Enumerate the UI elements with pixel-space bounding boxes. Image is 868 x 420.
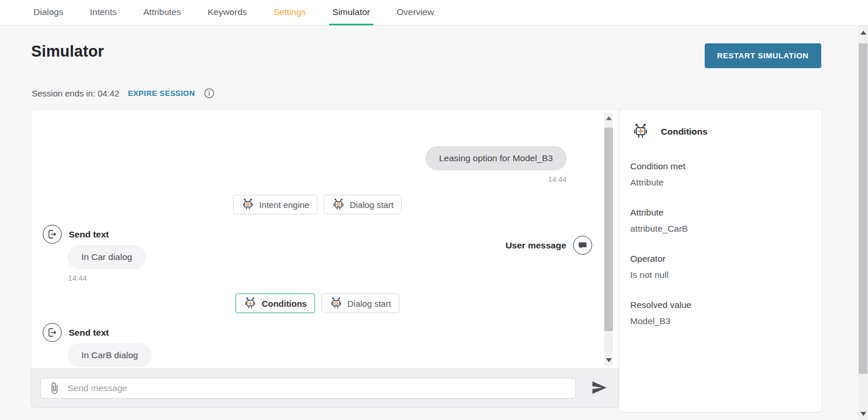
tab-overview[interactable]: Overview [393,0,437,25]
page-scrollbar-thumb[interactable] [859,43,867,374]
robot-plus-icon [244,297,257,310]
message-composer-bar [31,369,619,407]
details-fields: Condition met Attribute Attribute attrib… [630,161,810,326]
step-chip-row-2: Conditions Dialog start [31,293,604,313]
send-text-icon [43,225,62,244]
step-chip-label: Conditions [261,299,306,309]
conditions-details-panel: Conditions Condition met Attribute Attri… [619,110,822,412]
step-chip-conditions[interactable]: Conditions [235,293,315,313]
bot-message-bubble: In CarB dialog [68,343,152,367]
user-message-time: 14:44 [548,175,567,184]
step-chip-row-1: Intent engine Dialog start [31,195,604,214]
field-attribute: Attribute attribute_CarB [630,207,810,233]
step-chip-label: Intent engine [259,200,309,210]
scroll-down-icon[interactable] [606,358,612,362]
field-label: Resolved value [630,300,810,310]
tab-simulator[interactable]: Simulator [329,0,373,25]
field-label: Operator [630,254,810,263]
chat-scrollbar-thumb[interactable] [604,128,613,331]
expire-session-button[interactable]: EXPIRE SESSION [128,89,195,98]
robot-target-icon [241,198,255,211]
field-value: Attribute [630,177,810,187]
details-panel-title: Conditions [661,127,708,137]
speech-bubble-icon [573,236,592,255]
step-chip-dialog-start[interactable]: Dialog start [324,195,402,214]
field-condition-met: Condition met Attribute [630,161,810,187]
step-chip-label: Dialog start [350,200,394,210]
robot-plus-icon [632,123,649,140]
session-row: Session ends in: 04:42 EXPIRE SESSION [32,88,215,99]
page-title: Simulator [31,43,104,61]
step-chip-dialog-start[interactable]: Dialog start [321,293,399,313]
bot-message-label: Send text [69,229,109,240]
field-value: attribute_CarB [630,224,810,233]
details-panel-header: Conditions [632,123,810,140]
user-message-label: User message [506,240,566,251]
message-composer[interactable] [40,378,576,399]
page-scrollbar[interactable] [858,25,868,420]
bot-message-label: Send text [69,328,109,338]
send-message-input[interactable] [68,383,568,393]
bot-message-header: Send text [43,225,109,244]
bot-message-time: 14:44 [68,274,87,283]
chat-scrollbar[interactable] [604,113,613,366]
restart-simulation-button[interactable]: RESTART SIMULATION [705,43,822,68]
user-message-header: User message [506,236,592,255]
field-label: Attribute [630,207,810,217]
chat-panel: User message Leasing option for Model_B3… [31,110,619,407]
field-operator: Operator Is not null [630,254,810,280]
bot-message-bubble: In Car dialog [68,245,146,269]
robot-target-icon [332,198,345,211]
info-circle-icon[interactable] [204,88,215,99]
bot-message-header: Send text [43,323,109,342]
top-navigation: Dialogs Intents Attributes Keywords Sett… [0,0,868,25]
tab-dialogs[interactable]: Dialogs [30,0,67,25]
scroll-down-icon[interactable] [860,412,866,416]
tab-keywords[interactable]: Keywords [204,0,250,25]
session-countdown: Session ends in: 04:42 [32,88,119,98]
scroll-up-icon[interactable] [860,31,866,35]
chat-messages-area: User message Leasing option for Model_B3… [31,110,619,369]
send-text-icon [43,323,62,342]
tab-settings[interactable]: Settings [270,0,309,25]
paperclip-icon[interactable] [48,382,61,395]
tab-attributes[interactable]: Attributes [140,0,184,25]
field-value: Is not null [630,270,810,280]
robot-target-icon [330,297,343,310]
scroll-up-icon[interactable] [606,116,612,120]
tab-intents[interactable]: Intents [87,0,121,25]
field-resolved-value: Resolved value Model_B3 [630,300,810,326]
field-label: Condition met [630,161,810,171]
step-chip-intent-engine[interactable]: Intent engine [233,195,317,214]
send-arrow-icon[interactable] [590,379,608,397]
field-value: Model_B3 [630,316,810,326]
user-message-bubble: Leasing option for Model_B3 [425,146,567,170]
step-chip-label: Dialog start [347,299,391,309]
